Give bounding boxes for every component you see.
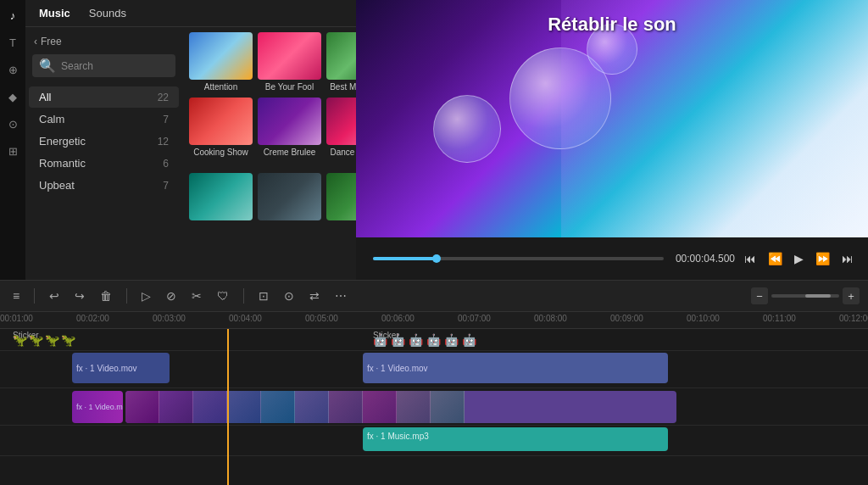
disable-tool[interactable]: ⊘	[162, 287, 181, 305]
ruler-mark-3: 00:04:00	[229, 314, 262, 323]
category-all[interactable]: All 22	[29, 86, 179, 108]
music-item-cookingshow[interactable]: Cooking Show	[189, 98, 253, 168]
sidebar-text-icon[interactable]: T	[3, 32, 23, 53]
music-panel: Music Sounds ‹ Free 🔍 All 22	[25, 0, 356, 280]
category-calm-count: 7	[163, 114, 169, 125]
category-calm[interactable]: Calm 7	[29, 109, 179, 130]
ruler-mark-6: 00:07:00	[458, 314, 491, 323]
separator-1	[34, 288, 35, 304]
category-energetic-count: 12	[158, 136, 169, 148]
time-display: 00:00:04.500	[676, 253, 735, 265]
music-item-bestmemories[interactable]: Best Memories	[326, 32, 356, 92]
search-icon: 🔍	[39, 58, 56, 74]
frame-8	[363, 391, 397, 423]
video-clip-2[interactable]: fx · 1 Video.mov	[363, 353, 668, 383]
sidebar-add-icon[interactable]: ⊕	[3, 59, 23, 80]
video-track-2: fx · 1 Video.mov	[0, 388, 868, 426]
back-button[interactable]: ‹ Free	[25, 32, 182, 51]
category-energetic[interactable]: Energetic 12	[29, 131, 179, 152]
ruler-mark-9: 00:10:00	[687, 314, 720, 323]
sidebar-effects-icon[interactable]: ◆	[3, 86, 23, 107]
zoom-track[interactable]	[771, 294, 839, 298]
audio-button[interactable]: ⇄	[305, 287, 324, 305]
video-clip-purple[interactable]: fx · 1 Video.mov	[72, 391, 123, 423]
music-panel-body: ‹ Free 🔍 All 22 Calm 7	[25, 27, 356, 280]
step-back-button[interactable]: ⏪	[765, 249, 785, 268]
music-grid-row-3	[189, 173, 349, 223]
step-forward-button[interactable]: ⏩	[813, 249, 832, 268]
ruler-mark-0: 00:01:00	[0, 314, 33, 323]
video-clip-2-label: fx · 1 Video.mov	[363, 362, 432, 375]
category-romantic-count: 6	[163, 158, 169, 170]
skip-start-button[interactable]: ⏮	[742, 249, 759, 268]
separator-3	[243, 288, 244, 304]
frame-10	[431, 391, 465, 423]
timeline-toolbar: ≡ ↩ ↪ 🗑 ▷ ⊘ ✂ 🛡 ⊡ ⊙ ⇄ ⋯ − +	[0, 280, 868, 312]
skip-end-button[interactable]: ⏭	[839, 249, 856, 268]
timeline-settings-button[interactable]: ≡	[8, 287, 24, 305]
duration-button[interactable]: ⊙	[280, 287, 298, 305]
tab-sounds[interactable]: Sounds	[84, 5, 131, 21]
undo-button[interactable]: ↩	[45, 287, 64, 305]
video-clip-1[interactable]: fx · 1 Video.mov	[72, 353, 170, 383]
audio-track: fx · 1 Music.mp3	[0, 426, 868, 456]
music-item-beyourfool[interactable]: Be Your Fool	[258, 32, 321, 92]
frame-9	[397, 391, 431, 423]
sticker-emoji-1b: 🦖	[29, 333, 43, 347]
progress-dot[interactable]	[432, 254, 441, 263]
delete-button[interactable]: 🗑	[96, 287, 116, 305]
music-panel-header: Music Sounds	[25, 0, 356, 27]
film-strip	[125, 391, 465, 423]
progress-bar[interactable]	[373, 257, 664, 260]
sidebar-music-icon[interactable]: ♪	[3, 5, 23, 25]
category-upbeat[interactable]: Upbeat 7	[29, 175, 179, 196]
play-button[interactable]: ▶	[792, 249, 806, 268]
sticker-emoji-2b: 🤖	[391, 333, 405, 347]
shield-tool[interactable]: 🛡	[213, 287, 233, 305]
ruler-mark-7: 00:08:00	[534, 314, 567, 323]
sidebar-time-icon[interactable]: ⊙	[3, 114, 23, 134]
music-item-r3c[interactable]	[326, 173, 356, 223]
redo-button[interactable]: ↪	[70, 287, 89, 305]
frame-4	[227, 391, 261, 423]
category-romantic[interactable]: Romantic 6	[29, 153, 179, 174]
frame-2	[159, 391, 193, 423]
sidebar-grid-icon[interactable]: ⊞	[3, 141, 23, 161]
tab-music[interactable]: Music	[34, 5, 75, 21]
frame-7	[329, 391, 363, 423]
playhead[interactable]	[227, 329, 229, 485]
music-grid-row-2: Cooking Show Creme Brulee Dance with Me …	[189, 98, 349, 168]
music-item-dancewithme[interactable]: Dance with Me	[326, 98, 356, 168]
separator-2	[126, 288, 127, 304]
select-tool[interactable]: ▷	[137, 287, 155, 305]
audio-clip[interactable]: fx · 1 Music.mp3	[363, 427, 668, 451]
more-button[interactable]: ⋯	[331, 287, 351, 305]
music-label-bestmemories: Best Memories	[326, 82, 356, 92]
search-input[interactable]	[61, 60, 169, 72]
sticker-clip-1[interactable]: 🦖 🦖 🦖 🦖	[13, 332, 123, 348]
music-item-attention[interactable]: Attention	[189, 32, 253, 92]
music-item-r3a[interactable]	[189, 173, 253, 223]
music-item-cremebrulee[interactable]: Creme Brulee	[258, 98, 321, 168]
category-upbeat-label: Upbeat	[39, 179, 75, 192]
music-label-cookingshow: Cooking Show	[189, 148, 253, 158]
music-grid-row-1: Attention Be Your Fool Best Memories Chi…	[189, 32, 349, 92]
video-clip-film[interactable]	[125, 391, 676, 423]
category-calm-label: Calm	[39, 113, 64, 125]
frame-5	[261, 391, 295, 423]
music-item-r3b[interactable]	[258, 173, 321, 223]
category-list: All 22 Calm 7 Energetic 12 Romantic 6	[25, 86, 182, 197]
cut-tool[interactable]: ✂	[187, 287, 206, 305]
search-bar[interactable]: 🔍	[32, 54, 175, 77]
zoom-controls: − +	[751, 287, 860, 304]
timeline-content: 00:01:00 00:02:00 00:03:00 00:04:00 00:0…	[0, 312, 868, 485]
transform-button[interactable]: ⊡	[254, 287, 273, 305]
zoom-in-button[interactable]: +	[843, 287, 860, 304]
music-label-attention: Attention	[189, 82, 253, 92]
zoom-thumb	[805, 294, 831, 298]
zoom-out-button[interactable]: −	[751, 287, 768, 304]
frame-3	[193, 391, 227, 423]
sticker-emoji-2e: 🤖	[444, 333, 459, 347]
sticker-clip-2[interactable]: 🤖 🤖 🤖 🤖 🤖 🤖	[373, 332, 551, 348]
frame-6	[295, 391, 329, 423]
